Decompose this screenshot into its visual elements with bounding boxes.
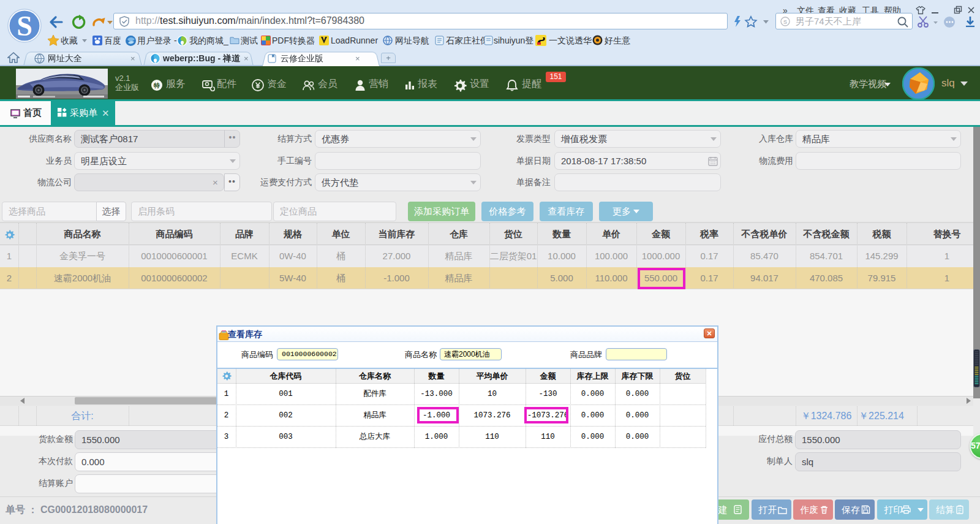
svg-text:S: S [783,19,787,25]
svg-text:S: S [17,10,32,42]
svg-text:特: 特 [153,82,160,89]
